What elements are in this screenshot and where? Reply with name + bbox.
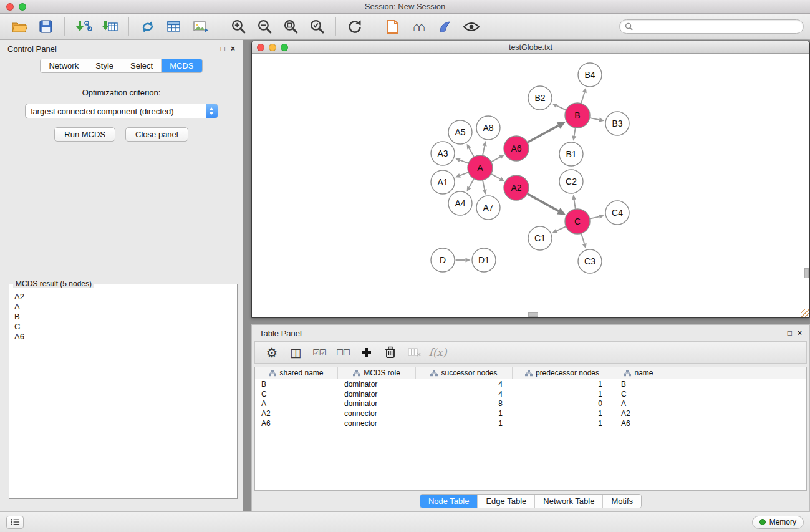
close-panel-icon[interactable]: ×: [231, 45, 235, 52]
column-header-MCDS-role[interactable]: MCDS role: [338, 367, 416, 379]
network-graph[interactable]: B4B2BB3A5A8A6A3B1AA1C2A2A4A7C4CC1C3DD1: [252, 54, 809, 317]
style-button[interactable]: [432, 16, 458, 37]
tab-edge-table[interactable]: Edge Table: [478, 495, 535, 508]
select-all-columns-button[interactable]: ☑☑: [310, 343, 329, 362]
unselect-all-columns-button[interactable]: ☐☐: [334, 343, 352, 362]
graph-edge-A-A5[interactable]: [469, 148, 474, 157]
zoom-in-button[interactable]: [225, 16, 251, 37]
graph-node-A2[interactable]: A2: [504, 175, 529, 200]
float-panel-icon[interactable]: □: [221, 45, 225, 52]
graph-node-D1[interactable]: D1: [472, 248, 496, 272]
import-table-button[interactable]: [97, 16, 123, 37]
graph-edge-A-A2[interactable]: [491, 174, 500, 179]
zoom-selected-button[interactable]: [304, 16, 330, 37]
new-network-button[interactable]: [135, 16, 161, 37]
graph-node-C[interactable]: C: [565, 209, 590, 234]
mcds-result-item[interactable]: C: [14, 322, 232, 332]
create-column-button[interactable]: [357, 343, 376, 362]
graph-node-A5[interactable]: A5: [448, 120, 472, 144]
table-row[interactable]: Bdominator41B: [255, 379, 806, 389]
network-canvas[interactable]: B4B2BB3A5A8A6A3B1AA1C2A2A4A7C4CC1C3DD1: [252, 54, 809, 317]
zoom-out-button[interactable]: [251, 16, 277, 37]
graph-node-B3[interactable]: B3: [605, 112, 629, 135]
graph-node-B4[interactable]: B4: [578, 63, 602, 87]
open-session-button[interactable]: [6, 16, 32, 37]
column-header-successor-nodes[interactable]: successor nodes: [416, 367, 513, 379]
graph-edge-C-C4[interactable]: [590, 216, 599, 218]
graph-edge-A6-B[interactable]: [528, 125, 559, 142]
graph-edge-A-A1[interactable]: [460, 172, 468, 175]
tab-mcds[interactable]: MCDS: [162, 59, 201, 72]
graph-node-A4[interactable]: A4: [448, 191, 472, 215]
tab-network-table[interactable]: Network Table: [535, 495, 603, 508]
table-row[interactable]: A2connector11A2: [255, 409, 806, 418]
zoom-window-button[interactable]: [19, 3, 26, 11]
close-panel-button[interactable]: Close panel: [125, 127, 188, 142]
graph-node-B1[interactable]: B1: [559, 142, 583, 166]
tab-style[interactable]: Style: [87, 59, 122, 72]
graph-node-B[interactable]: B: [565, 103, 590, 128]
graph-edge-A-A7[interactable]: [483, 180, 485, 190]
column-header-shared-name[interactable]: shared name: [255, 367, 338, 379]
close-window-button[interactable]: [6, 3, 14, 11]
graph-edge-A-A6[interactable]: [491, 157, 500, 162]
float-panel-icon[interactable]: □: [788, 329, 792, 337]
graph-edge-C-C3[interactable]: [581, 234, 584, 244]
graph-edge-A2-C[interactable]: [528, 194, 559, 211]
function-builder-button[interactable]: f(x): [428, 343, 447, 362]
search-input[interactable]: [636, 22, 798, 31]
tab-motifs[interactable]: Motifs: [603, 495, 641, 508]
network-close-button[interactable]: [257, 44, 264, 51]
mcds-result-item[interactable]: A6: [14, 332, 232, 342]
column-header-predecessor-nodes[interactable]: predecessor nodes: [513, 367, 612, 379]
vertical-scrollbar-thumb[interactable]: [804, 268, 809, 278]
graph-node-A6[interactable]: A6: [504, 136, 529, 161]
delete-column-button[interactable]: [381, 343, 400, 362]
mcds-result-item[interactable]: B: [14, 312, 232, 322]
graph-edge-B-B4[interactable]: [581, 92, 584, 103]
show-columns-button[interactable]: ◫: [286, 343, 305, 362]
graph-node-A7[interactable]: A7: [476, 196, 500, 220]
table-row[interactable]: A6connector11A6: [255, 418, 806, 428]
optimization-criterion-select[interactable]: largest connected component (directed): [25, 104, 218, 118]
graph-node-B2[interactable]: B2: [528, 86, 552, 110]
network-zoom-button[interactable]: [281, 44, 288, 51]
tab-network[interactable]: Network: [41, 59, 87, 72]
graph-node-D[interactable]: D: [431, 248, 455, 272]
graph-node-A1[interactable]: A1: [431, 170, 455, 194]
horizontal-scrollbar-thumb[interactable]: [528, 312, 538, 317]
resize-grip-icon[interactable]: [801, 309, 809, 317]
refresh-layout-button[interactable]: [342, 16, 368, 37]
graph-edge-B-B2[interactable]: [557, 105, 566, 110]
task-history-button[interactable]: [6, 516, 24, 529]
new-table-button[interactable]: [161, 16, 187, 37]
search-box[interactable]: [619, 19, 804, 34]
mcds-result-item[interactable]: A: [14, 302, 232, 312]
graph-node-C2[interactable]: C2: [559, 170, 583, 193]
graph-edge-A-A8[interactable]: [483, 146, 485, 155]
memory-button[interactable]: Memory: [752, 516, 804, 529]
show-graphics-details-button[interactable]: [458, 16, 485, 37]
export-image-button[interactable]: [187, 16, 213, 37]
zoom-fit-button[interactable]: [277, 16, 304, 37]
import-network-button[interactable]: [70, 16, 97, 37]
graph-node-C3[interactable]: C3: [578, 249, 602, 273]
save-session-button[interactable]: [32, 16, 59, 37]
table-row[interactable]: Adominator80A: [255, 399, 806, 409]
network-minimize-button[interactable]: [269, 44, 276, 51]
table-settings-button[interactable]: ⚙: [263, 343, 281, 362]
mcds-result-item[interactable]: A2: [14, 292, 232, 302]
network-window-titlebar[interactable]: testGlobe.txt: [252, 41, 809, 54]
graph-node-A[interactable]: A: [468, 155, 493, 180]
close-panel-icon[interactable]: ×: [798, 329, 802, 337]
delete-table-button[interactable]: [405, 343, 423, 362]
home-button[interactable]: ⌂⌂: [406, 16, 432, 37]
graph-node-C1[interactable]: C1: [528, 226, 552, 250]
graph-edge-B-B1[interactable]: [574, 128, 576, 136]
graph-node-A3[interactable]: A3: [431, 142, 455, 165]
graph-edge-A-A3[interactable]: [460, 160, 468, 163]
tab-node-table[interactable]: Node Table: [420, 495, 478, 508]
open-recent-button[interactable]: [380, 16, 406, 37]
table-row[interactable]: Cdominator41C: [255, 389, 806, 399]
tab-select[interactable]: Select: [122, 59, 162, 72]
